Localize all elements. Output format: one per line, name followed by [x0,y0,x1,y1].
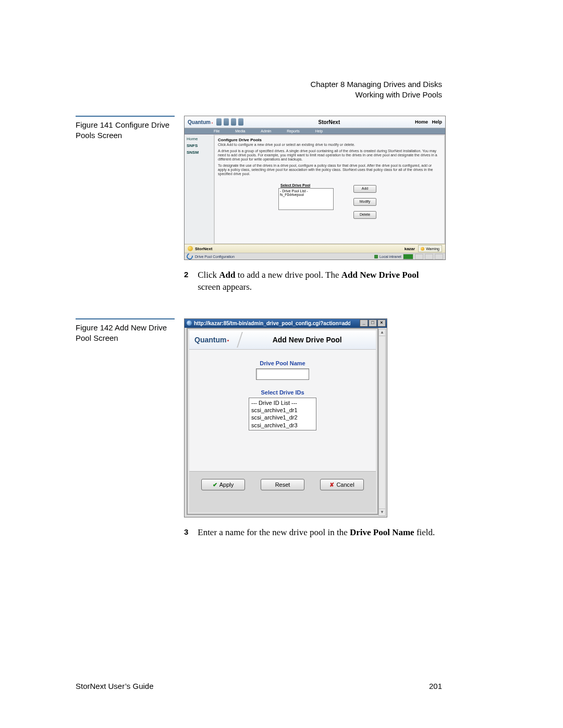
content-para-1: Click Add to configure a new drive pool … [218,143,441,147]
warning-badge[interactable]: Warning [418,245,442,252]
drive-pool-list-item[interactable]: fs_F0drivepool [280,193,332,196]
home-link[interactable]: Home [415,119,428,125]
nav-home[interactable]: Home [187,137,212,141]
scroll-down-icon[interactable]: ▼ [379,509,385,515]
brand-dot-icon [227,340,229,341]
popup-button-row: ✔ Apply Reset ✘ Cancel [189,471,376,512]
drive-pool-list-header: - Drive Pool List - [280,189,332,193]
status-text: Drive Pool Configuration [195,255,235,258]
menu-media[interactable]: Media [235,129,245,133]
popup-body: Drive Pool Name Select Drive IDs --- Dri… [189,349,376,471]
brand-logo: Quantum [194,336,229,344]
nav-snsm[interactable]: SNSM [187,150,212,155]
add-new-drive-pool-window: http://kazar:85/tm-bin/admin_drive_pool_… [184,318,387,517]
chapter-label: Chapter 8 Managing Drives and Disks [310,79,442,90]
caption-rule [76,318,175,319]
menu-admin[interactable]: Admin [261,129,271,133]
left-nav: Home SNFS SNSM [185,134,214,244]
guide-title: StorNext User’s Guide [76,682,154,690]
reset-button[interactable]: Reset [261,479,304,490]
content-heading: Configure Drive Pools [218,138,441,142]
drive-id-listbox[interactable]: --- Drive ID List --- scsi_archive1_dr1 … [249,398,316,430]
modify-button[interactable]: Modify [353,198,376,206]
apply-button[interactable]: ✔ Apply [201,479,245,490]
x-icon: ✘ [329,482,334,488]
scrollbar[interactable]: ▲ ▼ [378,329,386,516]
drive-id-list-item[interactable]: scsi_archive1_dr3 [251,422,314,429]
product-name: StorNext [243,119,415,125]
popup-url: http://kazar:85/tm-bin/admin_drive_pool_… [194,320,350,326]
drive-id-list-item[interactable]: scsi_archive1_dr1 [251,406,314,414]
content-para-3: To designate the use of the drives in a … [218,164,441,176]
scroll-up-icon[interactable]: ▲ [379,329,385,336]
menu-bar: File Media Admin Reports Help [185,128,445,134]
section-label: Working with Drive Pools [310,90,442,100]
step-2: 2 Click Add to add a new drive pool. The… [184,269,495,293]
ie-icon [187,320,192,326]
step-3: 3 Enter a name for the new drive pool in… [184,527,495,539]
drive-pool-listbox[interactable]: - Drive Pool List - fs_F0drivepool [278,188,334,210]
cancel-button[interactable]: ✘ Cancel [320,479,364,490]
browser-status-bar: Drive Pool Configuration Local intranet [185,253,445,260]
brand-logo: Quantum [188,119,213,125]
footer-brand: StorNext [195,246,212,251]
brand-dot-icon [212,122,213,124]
select-drive-ids-label: Select Drive IDs [194,389,371,396]
footer-host: kazar [405,246,415,251]
page-header: Chapter 8 Managing Drives and Disks Work… [310,79,442,101]
close-button[interactable]: × [377,319,386,327]
popup-title: Add New Drive Pool [243,336,371,344]
popup-header: Quantum Add New Drive Pool [189,330,376,349]
nav-snfs[interactable]: SNFS [187,143,212,148]
zone-icon [374,255,378,258]
content-para-2: A drive pool is a group of specified dri… [218,149,441,162]
caption-rule [76,116,175,117]
banner-decoration [216,118,243,126]
configure-drive-pools-window: Quantum StorNext Home Help File Media Ad… [184,116,446,260]
page-number: 201 [429,682,442,690]
warning-icon [421,247,424,251]
document-page: Chapter 8 Managing Drives and Disks Work… [0,0,563,728]
app-banner: Quantum StorNext Home Help [185,116,445,128]
menu-help[interactable]: Help [315,129,323,133]
add-button[interactable]: Add [353,185,376,193]
minimize-button[interactable]: _ [360,319,368,327]
ie-icon [186,252,194,261]
figure-141-caption: Figure 141 Configure Drive Pools Screen [76,116,180,260]
menu-file[interactable]: File [214,129,219,133]
page-footer: StorNext User’s Guide 201 [76,682,442,690]
help-link[interactable]: Help [432,119,442,125]
drive-id-list-item[interactable]: scsi_archive1_dr2 [251,414,314,421]
drive-id-list-header: --- Drive ID List --- [251,399,314,406]
footer-logo-icon [188,246,193,251]
check-icon: ✔ [213,482,217,488]
security-zone: Local intranet [380,255,401,258]
menu-reports[interactable]: Reports [287,129,300,133]
delete-button[interactable]: Delete [353,211,376,219]
figure-142-caption: Figure 142 Add New Drive Pool Screen [76,318,180,517]
maximize-button[interactable]: □ [369,319,377,327]
popup-title-bar: http://kazar:85/tm-bin/admin_drive_pool_… [185,319,387,328]
app-footer: StorNext kazar Warning [185,244,445,253]
drive-pool-name-input[interactable] [256,368,309,380]
content-panel: Configure Drive Pools Click Add to confi… [214,135,445,244]
banner-links: Home Help [415,119,442,125]
drive-pool-name-label: Drive Pool Name [194,360,371,366]
